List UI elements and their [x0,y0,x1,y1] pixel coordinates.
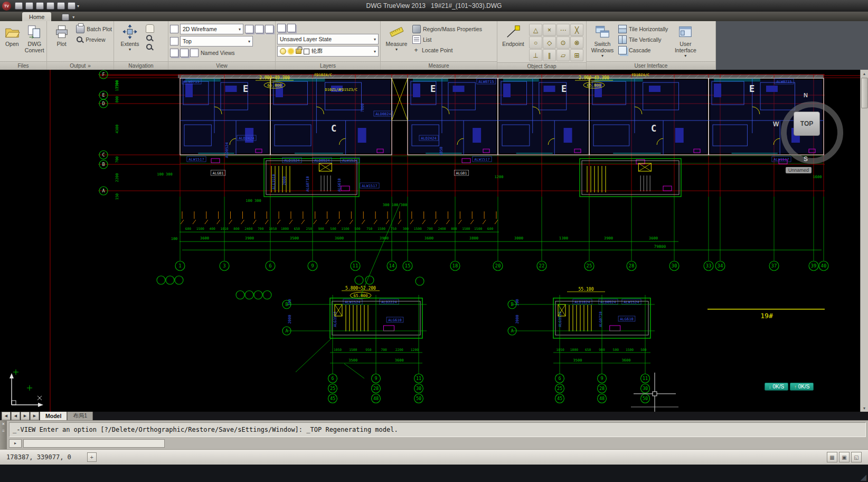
panel-label-layers[interactable]: Layers [320,63,336,69]
cad-drawing[interactable]: FEDCBA1770015008004300700220015013691114… [0,70,868,412]
viewcube-west[interactable]: W [773,121,779,128]
plot-button[interactable]: Plot [49,22,74,47]
layer-color-swatch[interactable] [304,49,309,54]
locate-point-button[interactable]: + Locate Point [412,45,482,54]
panel-label-object-snap[interactable]: Object Snap [527,63,556,69]
viewport-icon-1[interactable] [245,25,253,33]
viewport-config-icon-2[interactable] [180,49,188,57]
viewcube-ucs-tag[interactable]: Unnamed [786,167,812,173]
apparent-intersection-snap-button[interactable]: ╳ [570,24,583,36]
panel-label-measure[interactable]: Measure [429,63,449,69]
coordinates-display[interactable]: 178387, 339077, 0 [6,453,71,461]
qat-publish-icon[interactable] [57,2,65,10]
layer-combo[interactable]: 轮廓 ▾ [277,46,379,57]
app-logo-icon[interactable]: TV [2,2,11,11]
drawing-canvas[interactable]: FEDCBA1770015008004300700220015013691114… [0,70,868,412]
scroll-down-arrow-icon[interactable]: ▼ [861,404,868,412]
previous-layout-button[interactable]: ◀ [11,412,20,420]
view-combo[interactable]: Top ▾ [180,36,253,47]
panel-label-user-interface[interactable]: User Interface [635,63,668,69]
nearest-snap-button[interactable]: ▱ [556,49,570,61]
insert-snap-button[interactable]: ⊞ [570,49,583,61]
viewport-icon-3[interactable] [265,25,273,33]
layer-state-combo[interactable]: Unsaved Layer State ▾ [277,34,379,44]
view-direction-icon[interactable] [170,37,178,45]
tile-horizontally-button[interactable]: Tile Horizontally [618,24,668,33]
zoom-window-icon[interactable] [146,43,153,51]
extension-snap-button[interactable]: ⋯ [556,24,570,36]
preview-button[interactable]: Preview [76,35,112,44]
layer-lock-icon[interactable] [296,49,301,54]
next-layout-button[interactable]: ▶ [21,412,30,420]
viewcube[interactable]: N TOP W S Unnamed [772,91,843,177]
preview-icon [76,36,83,43]
status-annotation-icon[interactable]: ▣ [839,452,850,462]
command-close-icon[interactable]: × [2,422,5,427]
center-snap-button[interactable]: ○ [529,36,542,49]
pan-hand-icon[interactable] [146,24,154,33]
layer-thaw-sun-icon[interactable] [288,49,294,54]
tab-home[interactable]: Home [22,12,51,21]
viewcube-top-face[interactable]: TOP [794,112,820,136]
status-clean-screen-icon[interactable]: ◱ [851,452,862,462]
parallel-snap-button[interactable]: ∥ [543,49,556,61]
viewcube-south[interactable]: S [804,155,808,163]
resize-grip-icon[interactable]: ◢ [860,472,866,482]
command-history[interactable]: _-VIEW Enter an option [?/Delete/Orthogr… [9,422,866,437]
layer-unisolate-icon[interactable] [287,24,296,32]
status-model-space-icon[interactable]: ▦ [827,452,837,462]
qat-open-icon[interactable] [15,2,23,10]
coordinate-tracking-icon[interactable]: + [87,452,97,462]
vertical-scrollbar[interactable]: ▲ ▼ [860,70,868,412]
open-button[interactable]: Open [2,22,23,47]
measure-button[interactable]: Measure ▾ [382,22,411,52]
tab-layout1[interactable]: 布局1 [67,411,93,420]
named-views-button[interactable]: Named Views [190,48,235,57]
tab-model[interactable]: Model [40,411,67,420]
qat-options-icon[interactable] [68,2,76,10]
zoom-icon[interactable] [146,34,153,42]
scrollbar-thumb[interactable] [861,78,868,108]
qat-plot-icon[interactable] [36,2,44,10]
command-window-grip[interactable]: × ≡ [0,421,7,449]
command-input-icon[interactable]: ▸ [9,439,22,448]
tangent-snap-button[interactable]: ⊙ [556,36,570,49]
perpendicular-snap-button[interactable]: ⊥ [529,49,542,61]
viewcube-north[interactable]: N [804,92,808,98]
cascade-button[interactable]: Cascade [618,45,668,54]
first-layout-button[interactable]: ◀ [2,412,11,420]
tile-vertically-button[interactable]: Tile Vertically [618,35,668,44]
user-interface-button[interactable]: User Interface ▾ [669,22,701,58]
ribbon-display-caret-icon[interactable]: ▾ [72,15,74,20]
zoom-extents-button[interactable]: Extents ▾ [116,22,144,52]
dwg-convert-button[interactable]: DWG Convert [24,22,45,53]
midpoint-snap-button[interactable]: △ [529,24,542,36]
qat-preview-icon[interactable] [46,2,54,10]
qat-dropdown-caret-icon[interactable]: ▾ [77,4,79,8]
batch-plot-button[interactable]: Batch Plot [76,24,112,33]
ribbon-display-toggle-icon[interactable] [62,14,69,21]
panel-label-navigation[interactable]: Navigation [128,63,153,69]
net-speed-monitor[interactable]: ↓ 0K/S ↑ 0K/S [765,383,814,391]
switch-windows-button[interactable]: Switch Windows ▾ [588,22,617,58]
intersection-snap-button[interactable]: × [543,24,556,36]
visual-style-combo[interactable]: 2D Wireframe ▾ [180,24,243,34]
layer-on-bulb-icon[interactable] [280,48,286,54]
output-dialog-launcher-icon[interactable]: » [88,63,91,69]
endpoint-button[interactable]: Endpoint [499,22,527,47]
viewport-config-icon-1[interactable] [170,49,178,57]
quadrant-snap-button[interactable]: ◇ [543,36,556,49]
region-mass-properties-button[interactable]: Region/Mass Properties [412,24,482,33]
panel-label-view[interactable]: View [216,63,228,69]
node-snap-button[interactable]: ⊗ [570,36,583,49]
viewport-icon-2[interactable] [255,25,263,33]
list-button[interactable]: List [412,35,482,44]
visual-style-icon[interactable] [170,25,178,33]
panel-label-files[interactable]: Files [17,63,29,69]
command-input[interactable] [23,439,165,448]
last-layout-button[interactable]: ▶ [30,412,39,420]
qat-save-icon[interactable] [25,2,33,10]
panel-label-output[interactable]: Output [70,63,86,69]
scroll-up-arrow-icon[interactable]: ▲ [861,70,868,77]
layer-isolate-icon[interactable] [277,24,286,32]
